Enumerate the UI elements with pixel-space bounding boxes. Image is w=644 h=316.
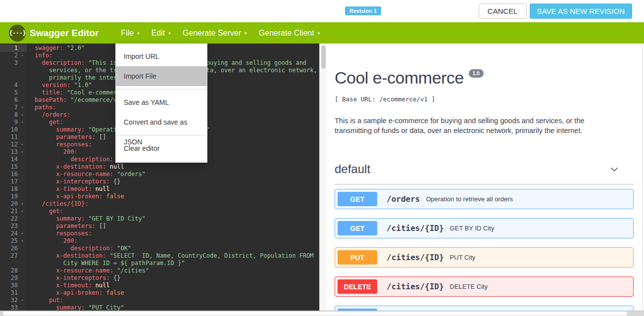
operation-row[interactable]: DELETE /cities/{ID} DELETE City (335, 276, 634, 297)
editor-line[interactable]: 17 x-interceptors: {} (0, 178, 319, 185)
navbar-menu-item[interactable]: Edit ▾ (151, 29, 171, 38)
fold-arrow-icon[interactable] (18, 67, 27, 74)
fold-arrow-icon[interactable] (18, 126, 27, 134)
file-menu-item[interactable]: Import URL (116, 46, 207, 66)
navbar-menu-item[interactable]: Generate Client ▾ (259, 29, 320, 38)
fold-arrow-icon[interactable]: ▾ (18, 119, 27, 126)
caret-down-icon: ▾ (168, 31, 171, 36)
line-number: 17 (0, 178, 18, 185)
file-menu-item[interactable]: Import File (116, 66, 207, 86)
file-menu-item[interactable]: Save as YAML (116, 92, 207, 112)
fold-arrow-icon[interactable] (18, 45, 27, 52)
editor-line[interactable]: 23 parameters: [] (0, 223, 319, 230)
method-badge: PUT (338, 250, 377, 265)
fold-arrow-icon[interactable] (18, 282, 27, 289)
line-number: 25 (0, 237, 18, 245)
editor-line[interactable]: 16 x-resource-name: "orders" (0, 171, 319, 178)
editor-gutter: 20▾ (0, 200, 27, 208)
editor-line[interactable]: 30 x-timeout: null (0, 282, 319, 289)
fold-arrow-icon[interactable]: ▾ (18, 237, 27, 245)
fold-arrow-icon[interactable]: ▾ (18, 297, 27, 304)
editor-line[interactable]: 29 x-interceptors: {} (0, 274, 319, 282)
fold-arrow-icon[interactable] (18, 274, 27, 282)
editor-line[interactable]: 33 summary: "PUT City" (0, 304, 319, 311)
operation-row[interactable]: GET /cities/{ID} GET BY ID City (335, 218, 634, 238)
editor-scrollbar-handle[interactable] (321, 45, 326, 69)
editor-line[interactable]: City WHERE ID = ${ pathParam.ID }" (0, 260, 319, 267)
preview-vertical-scrollbar[interactable] (642, 44, 644, 311)
editor-line[interactable]: 18 x-timeout: null (0, 185, 319, 193)
editor-gutter: 8▾ (0, 111, 27, 119)
code-text: version: "1.0" (27, 82, 92, 89)
method-badge: GET (338, 192, 377, 206)
fold-arrow-icon[interactable]: ▾ (18, 141, 27, 148)
editor-line[interactable]: 32▾ put: (0, 297, 319, 304)
line-number: 14 (0, 156, 18, 163)
operation-row[interactable]: PUT /cities/{ID} PUT City (335, 247, 634, 268)
fold-arrow-icon[interactable] (18, 171, 27, 178)
operation-row[interactable]: GET /orders Operation to retrieve all or… (335, 189, 634, 209)
chevron-down-icon[interactable] (609, 164, 620, 175)
editor-line[interactable]: 19 x-api-broken: false (0, 193, 319, 200)
fold-arrow-icon[interactable] (18, 185, 27, 193)
fold-arrow-icon[interactable] (18, 74, 27, 82)
editor-gutter: 6 (0, 96, 27, 104)
editor-vertical-scrollbar[interactable] (319, 44, 327, 311)
fold-arrow-icon[interactable]: ▾ (18, 104, 27, 111)
editor-line[interactable]: 27 x-destination: "SELECT ID, Name, Coun… (0, 252, 319, 260)
fold-arrow-icon[interactable] (18, 163, 27, 171)
editor-line[interactable]: 28 x-resource-name: "/cities" (0, 267, 319, 274)
fold-arrow-icon[interactable] (18, 304, 27, 311)
editor-line[interactable]: 24▾ responses: (0, 230, 319, 237)
fold-arrow-icon[interactable]: ▾ (18, 230, 27, 237)
fold-arrow-icon[interactable] (18, 89, 27, 96)
editor-line[interactable]: 25▾ 200: (0, 237, 319, 245)
editor-line[interactable]: 31 x-api-broken: false (0, 289, 319, 297)
fold-arrow-icon[interactable] (18, 245, 27, 252)
api-title-row: Cool e-commerce 1.0 (335, 68, 634, 88)
editor-line[interactable]: 20▾ /cities/{ID}: (0, 200, 319, 208)
fold-arrow-icon[interactable] (18, 223, 27, 230)
page-horizontal-scrollbar[interactable] (0, 311, 644, 316)
cancel-button[interactable]: CANCEL (479, 3, 527, 19)
fold-arrow-icon[interactable] (18, 267, 27, 274)
fold-arrow-icon[interactable] (18, 215, 27, 223)
editor-line[interactable]: 22 summary: "GET BY ID City" (0, 215, 319, 223)
operation-path: /orders (387, 194, 420, 204)
fold-arrow-icon[interactable]: ▾ (18, 148, 27, 156)
line-number: 11 (0, 134, 18, 141)
fold-arrow-icon[interactable]: ▾ (18, 111, 27, 119)
line-number: 22 (0, 215, 18, 223)
code-text: x-api-broken: false (27, 193, 124, 200)
editor-gutter: 27 (0, 252, 27, 260)
fold-arrow-icon[interactable] (18, 134, 27, 141)
tag-section-header-default[interactable]: default (335, 162, 634, 184)
fold-arrow-icon[interactable] (18, 260, 27, 267)
fold-arrow-icon[interactable] (18, 252, 27, 260)
editor-gutter: 7▾ (0, 104, 27, 111)
save-as-new-revision-button[interactable]: SAVE AS NEW REVISION (530, 3, 632, 19)
swagger-logo-icon: {···} (9, 25, 26, 42)
editor-gutter: 32▾ (0, 297, 27, 304)
navbar-menu-item[interactable]: File ▾ (121, 29, 139, 38)
fold-arrow-icon[interactable]: ▾ (18, 200, 27, 208)
operation-row[interactable]: GET /cities GET City (335, 306, 634, 311)
editor-line[interactable]: 15 x-destination: null (0, 163, 319, 171)
fold-arrow-icon[interactable] (18, 59, 27, 67)
fold-arrow-icon[interactable]: ▾ (18, 52, 27, 59)
fold-arrow-icon[interactable] (18, 178, 27, 185)
editor-line[interactable]: 26 description: "OK" (0, 245, 319, 252)
fold-arrow-icon[interactable] (18, 82, 27, 89)
fold-arrow-icon[interactable]: ▾ (18, 208, 27, 215)
file-menu-item[interactable]: Convert and save as JSON (116, 112, 207, 132)
file-menu-item[interactable]: Clear editor (116, 138, 207, 158)
navbar-menu-label: Edit (151, 29, 165, 38)
fold-arrow-icon[interactable] (18, 289, 27, 297)
code-text: x-api-broken: false (27, 289, 124, 297)
navbar-menu-item[interactable]: Generate Server ▾ (183, 29, 247, 38)
editor-line[interactable]: 21▾ get: (0, 208, 319, 215)
fold-arrow-icon[interactable] (18, 96, 27, 104)
fold-arrow-icon[interactable] (18, 156, 27, 163)
fold-arrow-icon[interactable] (18, 193, 27, 200)
horizontal-scrollbar-handle[interactable] (3, 312, 627, 316)
